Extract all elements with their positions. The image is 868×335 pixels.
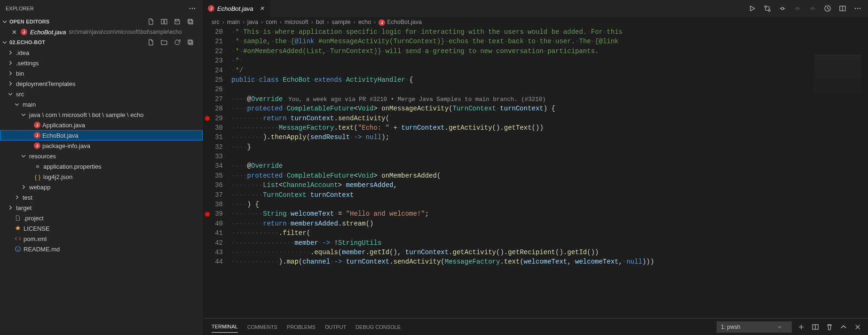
line-number[interactable]: 32 bbox=[203, 142, 223, 152]
line-number[interactable]: 29 bbox=[203, 114, 223, 123]
collapse-all-icon[interactable] bbox=[186, 38, 195, 47]
panel-tab-debug-console[interactable]: DEBUG CONSOLE bbox=[355, 321, 401, 333]
folder--idea[interactable]: .idea bbox=[0, 47, 203, 58]
code-line[interactable]: ·*· bbox=[231, 56, 868, 65]
file-pom-xml[interactable]: pom.xml bbox=[0, 234, 203, 244]
line-number[interactable]: 44 bbox=[203, 257, 223, 266]
code-line[interactable]: ············.filter( bbox=[231, 228, 868, 238]
new-terminal-icon[interactable] bbox=[797, 322, 806, 332]
folder-target[interactable]: target bbox=[0, 203, 203, 213]
line-number[interactable]: 40 bbox=[203, 219, 223, 228]
line-number[interactable]: 23 bbox=[203, 56, 223, 65]
line-number[interactable]: 20 bbox=[203, 27, 223, 37]
panel-tab-terminal[interactable]: TERMINAL bbox=[212, 321, 238, 333]
tab-echobot[interactable]: J EchoBot.java ✕ bbox=[203, 0, 271, 17]
code-line[interactable]: ····) { bbox=[231, 200, 868, 209]
file--project[interactable]: .project bbox=[0, 213, 203, 223]
new-file-icon[interactable] bbox=[146, 17, 156, 26]
panel-tab-output[interactable]: OUTPUT bbox=[325, 321, 346, 333]
breadcrumb-segment[interactable]: java bbox=[247, 19, 258, 25]
code-line[interactable]: ········).thenApply(sendResult·->·null); bbox=[231, 132, 868, 142]
line-number[interactable]: 31 bbox=[203, 132, 223, 142]
line-number[interactable]: 39 bbox=[203, 209, 223, 218]
project-header[interactable]: 02.ECHO-BOT bbox=[0, 37, 203, 47]
line-number[interactable]: 36 bbox=[203, 180, 223, 190]
code-line[interactable] bbox=[231, 152, 868, 161]
breadcrumb-segment[interactable]: com bbox=[266, 19, 277, 25]
new-file-icon[interactable] bbox=[146, 38, 156, 47]
codelens-annotation[interactable]: You, a week ago via PR #3210 • Merge Jav… bbox=[283, 96, 546, 103]
save-all-icon[interactable] bbox=[173, 17, 182, 26]
panel-tab-comments[interactable]: COMMENTS bbox=[247, 321, 277, 333]
folder-src[interactable]: src bbox=[0, 89, 203, 99]
split-terminal-icon[interactable] bbox=[811, 322, 820, 332]
more-icon[interactable] bbox=[853, 4, 862, 13]
open-editors-header[interactable]: OPEN EDITORS bbox=[0, 16, 203, 27]
file-package-info-java[interactable]: Jpackage-info.java bbox=[0, 140, 203, 151]
panel-tab-problems[interactable]: PROBLEMS bbox=[287, 321, 316, 333]
close-panel-icon[interactable] bbox=[853, 322, 862, 332]
close-icon[interactable]: ✕ bbox=[258, 5, 266, 12]
folder-deploymenttemplates[interactable]: deploymentTemplates bbox=[0, 78, 203, 89]
code-line[interactable]: public·class·EchoBot·extends·ActivityHan… bbox=[231, 75, 868, 85]
breadcrumb[interactable]: src›main›java›com›microsoft›bot›sample›e… bbox=[203, 17, 868, 27]
code-line[interactable]: ····protected·CompletableFuture<Void>·on… bbox=[231, 171, 868, 180]
file-echobot-java[interactable]: JEchoBot.java bbox=[0, 130, 203, 140]
line-number[interactable]: 37 bbox=[203, 190, 223, 200]
prev-change-icon[interactable] bbox=[793, 4, 802, 13]
refresh-icon[interactable] bbox=[173, 38, 182, 47]
line-number[interactable]: 35 bbox=[203, 171, 223, 180]
code-line[interactable]: ·*·sample,·the·{@link #onMessageActivity… bbox=[231, 37, 868, 46]
code-line[interactable]: ········return·membersAdded.stream() bbox=[231, 219, 868, 228]
code-line[interactable]: ····@Override bbox=[231, 161, 868, 171]
line-number[interactable]: 21 bbox=[203, 37, 223, 46]
java-ext-icon[interactable] bbox=[823, 4, 832, 13]
code-line[interactable]: ·*·This·is·where·application·specific·lo… bbox=[231, 27, 868, 37]
folder-java-com-microsoft-bot-sample-echo[interactable]: java \ com \ microsoft \ bot \ sample \ … bbox=[0, 109, 203, 120]
line-number[interactable]: 43 bbox=[203, 248, 223, 257]
breakpoint-icon[interactable] bbox=[205, 116, 210, 121]
folder-test[interactable]: test bbox=[0, 192, 203, 203]
code-line[interactable]: ·*·#onMembersAdded(List,·TurnContext)}·w… bbox=[231, 47, 868, 56]
code-line[interactable]: ············MessageFactory.text("Echo: "… bbox=[231, 123, 868, 132]
close-all-icon[interactable] bbox=[186, 17, 195, 26]
file-application-java[interactable]: JApplication.java bbox=[0, 120, 203, 130]
folder-main[interactable]: main bbox=[0, 99, 203, 109]
file-readme-md[interactable]: README.md bbox=[0, 244, 203, 254]
compare-changes-icon[interactable] bbox=[763, 4, 772, 13]
open-editor-item[interactable]: ✕ J EchoBot.java src\main\java\com\micro… bbox=[0, 27, 203, 37]
code-line[interactable]: ····protected·CompletableFuture<Void>·on… bbox=[231, 104, 868, 113]
code-line[interactable]: ········String·welcomeText·=·"Hello and … bbox=[231, 209, 868, 218]
toggle-vertical-icon[interactable] bbox=[159, 17, 169, 26]
line-number[interactable]: 42 bbox=[203, 238, 223, 248]
line-number[interactable]: 28 bbox=[203, 104, 223, 113]
line-number[interactable]: 34 bbox=[203, 161, 223, 171]
line-number[interactable]: 27 bbox=[203, 94, 223, 104]
code-line[interactable]: ············).map(channel·->·turnContext… bbox=[231, 257, 868, 266]
code-line[interactable]: ········TurnContext·turnContext bbox=[231, 190, 868, 200]
breadcrumb-segment[interactable]: src bbox=[212, 19, 220, 25]
run-icon[interactable] bbox=[748, 4, 757, 13]
file-log4j2-json[interactable]: { }log4j2.json bbox=[0, 171, 203, 182]
code-line[interactable]: ········List<ChannelAccount>·membersAdde… bbox=[231, 180, 868, 190]
code-editor[interactable]: 2021222324252627282930313233343536373839… bbox=[203, 27, 868, 318]
line-number[interactable]: 26 bbox=[203, 85, 223, 94]
next-change-icon[interactable] bbox=[808, 4, 817, 13]
line-number[interactable]: 38 bbox=[203, 200, 223, 209]
code-line[interactable]: ····} bbox=[231, 142, 868, 152]
file-license[interactable]: LICENSE bbox=[0, 223, 203, 234]
line-number[interactable]: 22 bbox=[203, 47, 223, 56]
kill-terminal-icon[interactable] bbox=[825, 322, 834, 332]
editor-code[interactable]: ·*·This·is·where·application·specific·lo… bbox=[231, 27, 868, 318]
breadcrumb-segment[interactable]: echo bbox=[358, 19, 371, 25]
new-folder-icon[interactable] bbox=[159, 38, 169, 47]
code-line[interactable]: ····················.equals(member.getId… bbox=[231, 248, 868, 257]
minimap[interactable] bbox=[814, 55, 861, 106]
split-editor-icon[interactable] bbox=[838, 4, 847, 13]
code-line[interactable] bbox=[231, 85, 868, 94]
breadcrumb-segment[interactable]: microsoft bbox=[284, 19, 308, 25]
folder--settings[interactable]: .settings bbox=[0, 58, 203, 68]
breadcrumb-segment[interactable]: sample bbox=[331, 19, 350, 25]
line-number[interactable]: 41 bbox=[203, 228, 223, 238]
code-line[interactable]: ····@OverrideYou, a week ago via PR #321… bbox=[231, 94, 868, 104]
